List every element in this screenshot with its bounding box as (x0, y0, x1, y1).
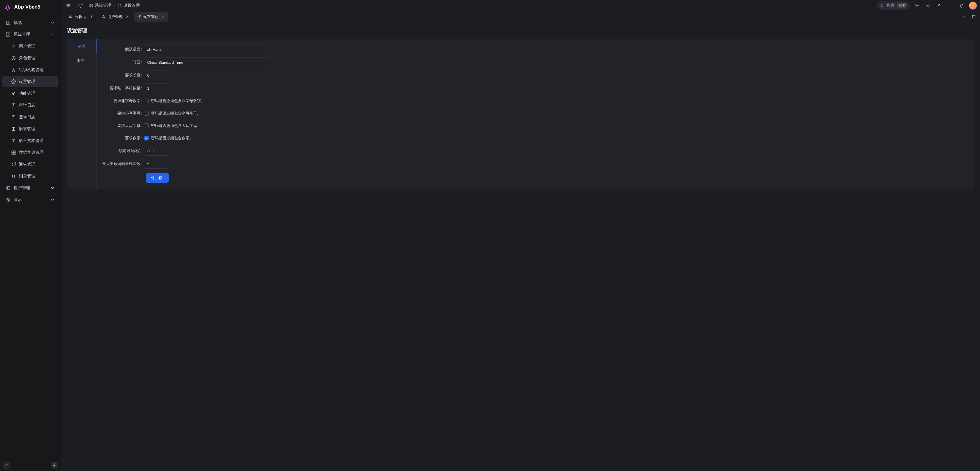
svg-point-38 (881, 4, 883, 6)
lowercase-desc: 密码是否必须包含小写字母。 (151, 111, 201, 116)
tabs: 分析页 用户管理 ✕ 设置管理 ✕ (61, 11, 980, 22)
svg-point-12 (12, 71, 13, 72)
unique-chars-input[interactable] (144, 84, 169, 93)
chevron-down-icon (50, 186, 55, 190)
required-length-input[interactable] (144, 70, 169, 80)
sidebar-item-features[interactable]: 功能管理 (2, 88, 59, 99)
fullscreen-button[interactable] (947, 2, 955, 10)
close-icon[interactable]: ✕ (126, 14, 129, 19)
sidebar-item-demo[interactable]: 演示 (2, 194, 59, 205)
tab-settings[interactable]: 设置管理 ✕ (134, 12, 168, 22)
settings-button[interactable] (913, 2, 921, 10)
timezone-input[interactable] (144, 57, 269, 67)
sidebar-item-languages[interactable]: 语言管理 (2, 123, 59, 135)
default-language-input[interactable] (144, 45, 269, 54)
sidebar-item-lang-text[interactable]: 语言文本管理 (2, 135, 59, 146)
breadcrumb-sep: › (114, 3, 115, 8)
user-icon (102, 15, 106, 19)
content: 设置管理 系统 邮件 默认语言 时区 要求长度 (61, 22, 980, 471)
sidebar-item-settings[interactable]: 设置管理 (2, 76, 59, 88)
svg-point-10 (12, 56, 15, 60)
book-icon (11, 127, 16, 131)
svg-rect-0 (6, 21, 8, 22)
theme-button[interactable] (924, 2, 932, 10)
svg-point-13 (14, 71, 15, 72)
sidebar-item-login-log[interactable]: 登录日志 (2, 111, 59, 123)
breadcrumb-item[interactable]: 设置管理 (118, 3, 140, 8)
sidebar-item-users[interactable]: 用户管理 (2, 41, 59, 52)
svg-rect-4 (6, 33, 8, 34)
uppercase-desc: 密码是否必须包含大写字母。 (151, 123, 201, 128)
non-alphanumeric-checkbox[interactable] (144, 99, 149, 103)
svg-point-28 (8, 199, 9, 200)
sidebar-item-label: 通告管理 (19, 162, 35, 167)
sidebar-item-label: 用户管理 (19, 44, 35, 49)
label-unique-chars: 要求唯一字符数量 (100, 86, 144, 91)
svg-rect-7 (8, 35, 10, 36)
grid-icon (6, 32, 11, 37)
digit-checkbox[interactable] (144, 136, 149, 140)
sidebar-item-label: 数据字典管理 (19, 150, 44, 155)
settings-panel: 系统 邮件 默认语言 时区 要求长度 (67, 39, 974, 189)
sidebar-item-label: 登录日志 (19, 115, 35, 120)
tabs-expand-button[interactable] (970, 13, 978, 21)
max-failed-input[interactable] (144, 159, 169, 169)
pin-icon[interactable] (90, 15, 93, 19)
menu-toggle-button[interactable] (64, 2, 72, 10)
svg-rect-35 (89, 6, 91, 7)
close-icon[interactable]: ✕ (161, 14, 165, 19)
logo[interactable]: Abp Vben5 (0, 0, 61, 14)
tab-users[interactable]: 用户管理 ✕ (98, 12, 132, 22)
sidebar-item-audit[interactable]: 审计日志 (2, 100, 59, 111)
tabs-dropdown-button[interactable] (961, 13, 968, 21)
side-tab-email[interactable]: 邮件 (67, 53, 97, 68)
sidebar-item-system[interactable]: 系统管理 (2, 29, 59, 40)
uppercase-checkbox[interactable] (144, 123, 149, 128)
file-icon (11, 103, 16, 108)
sidebar-item-dict[interactable]: 数据字典管理 (2, 147, 59, 158)
sidebar-item-messages[interactable]: 消息管理 (2, 170, 59, 182)
svg-rect-36 (91, 6, 92, 7)
search-box[interactable]: 搜索 ⌘ K (877, 2, 910, 10)
main: 系统管理 › 设置管理 搜索 ⌘ K (61, 0, 980, 471)
sidebar: Abp Vben5 概览 系统管理 用户管理 角色管理 (0, 0, 61, 471)
refresh-button[interactable] (76, 2, 85, 10)
svg-point-40 (916, 5, 918, 6)
svg-line-39 (883, 6, 883, 7)
pin-sidebar-button[interactable] (51, 461, 58, 469)
svg-point-8 (13, 45, 14, 46)
grid-icon (89, 3, 93, 8)
sidebar-item-label: 审计日志 (19, 103, 35, 108)
sidebar-item-org[interactable]: 组织机构管理 (2, 64, 59, 76)
collapse-sidebar-button[interactable] (3, 461, 10, 469)
chat-icon (11, 162, 16, 167)
search-icon (880, 3, 884, 8)
sidebar-item-label: 角色管理 (19, 56, 35, 61)
svg-rect-48 (972, 15, 975, 18)
lowercase-checkbox[interactable] (144, 111, 149, 116)
chevron-down-icon (50, 197, 55, 202)
sidebar-item-label: 概览 (14, 20, 22, 25)
tab-analytics[interactable]: 分析页 (65, 12, 97, 22)
grid-icon (6, 21, 11, 25)
breadcrumb-item[interactable]: 系统管理 (89, 3, 111, 8)
topbar: 系统管理 › 设置管理 搜索 ⌘ K (61, 0, 980, 11)
non-alphanumeric-desc: 密码是否必须包含非字母数字。 (151, 98, 205, 103)
notifications-button[interactable] (958, 2, 966, 10)
svg-point-9 (13, 57, 14, 59)
badge-icon (6, 186, 11, 190)
avatar[interactable] (969, 2, 977, 10)
sidebar-item-announce[interactable]: 通告管理 (2, 159, 59, 170)
search-placeholder: 搜索 (886, 3, 895, 8)
svg-rect-33 (89, 4, 91, 5)
org-icon (11, 68, 16, 72)
sidebar-item-roles[interactable]: 角色管理 (2, 53, 59, 64)
file-icon (11, 115, 16, 119)
save-button[interactable]: 保 存 (146, 173, 169, 183)
sidebar-item-tenants[interactable]: 租户管理 (2, 182, 59, 194)
language-button[interactable] (935, 2, 943, 10)
sidebar-item-overview[interactable]: 概览 (2, 17, 59, 28)
side-tab-system[interactable]: 系统 (67, 39, 97, 53)
lockout-input[interactable] (144, 146, 169, 156)
user-icon (11, 44, 16, 49)
